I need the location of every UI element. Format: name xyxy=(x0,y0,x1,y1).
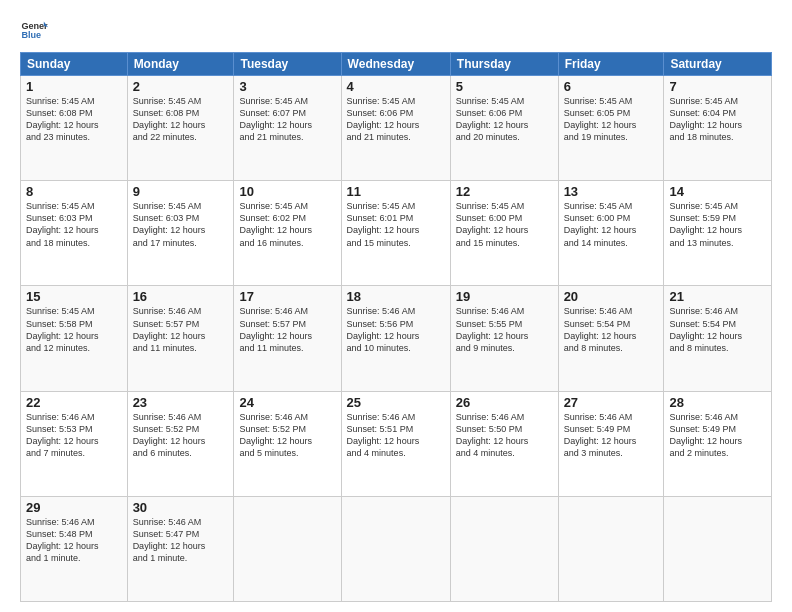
day-number: 14 xyxy=(669,184,766,199)
day-info: Sunrise: 5:45 AM Sunset: 6:05 PM Dayligh… xyxy=(564,95,659,144)
day-number: 23 xyxy=(133,395,229,410)
calendar-table: SundayMondayTuesdayWednesdayThursdayFrid… xyxy=(20,52,772,602)
day-info: Sunrise: 5:45 AM Sunset: 6:06 PM Dayligh… xyxy=(456,95,553,144)
day-number: 21 xyxy=(669,289,766,304)
calendar-cell: 6Sunrise: 5:45 AM Sunset: 6:05 PM Daylig… xyxy=(558,76,664,181)
day-number: 12 xyxy=(456,184,553,199)
calendar-cell: 19Sunrise: 5:46 AM Sunset: 5:55 PM Dayli… xyxy=(450,286,558,391)
svg-text:Blue: Blue xyxy=(21,30,41,40)
logo-icon: General Blue xyxy=(20,16,48,44)
calendar-cell: 3Sunrise: 5:45 AM Sunset: 6:07 PM Daylig… xyxy=(234,76,341,181)
calendar-cell xyxy=(664,496,772,601)
day-info: Sunrise: 5:45 AM Sunset: 5:58 PM Dayligh… xyxy=(26,305,122,354)
day-info: Sunrise: 5:45 AM Sunset: 6:00 PM Dayligh… xyxy=(564,200,659,249)
day-info: Sunrise: 5:46 AM Sunset: 5:49 PM Dayligh… xyxy=(669,411,766,460)
day-number: 19 xyxy=(456,289,553,304)
day-info: Sunrise: 5:45 AM Sunset: 6:03 PM Dayligh… xyxy=(26,200,122,249)
day-number: 17 xyxy=(239,289,335,304)
calendar-cell xyxy=(558,496,664,601)
calendar-cell: 5Sunrise: 5:45 AM Sunset: 6:06 PM Daylig… xyxy=(450,76,558,181)
day-info: Sunrise: 5:45 AM Sunset: 6:03 PM Dayligh… xyxy=(133,200,229,249)
day-info: Sunrise: 5:45 AM Sunset: 6:06 PM Dayligh… xyxy=(347,95,445,144)
calendar-cell: 17Sunrise: 5:46 AM Sunset: 5:57 PM Dayli… xyxy=(234,286,341,391)
day-info: Sunrise: 5:46 AM Sunset: 5:57 PM Dayligh… xyxy=(239,305,335,354)
calendar-cell: 2Sunrise: 5:45 AM Sunset: 6:08 PM Daylig… xyxy=(127,76,234,181)
week-row-3: 15Sunrise: 5:45 AM Sunset: 5:58 PM Dayli… xyxy=(21,286,772,391)
day-info: Sunrise: 5:46 AM Sunset: 5:54 PM Dayligh… xyxy=(669,305,766,354)
calendar-cell: 8Sunrise: 5:45 AM Sunset: 6:03 PM Daylig… xyxy=(21,181,128,286)
day-info: Sunrise: 5:46 AM Sunset: 5:53 PM Dayligh… xyxy=(26,411,122,460)
weekday-header-saturday: Saturday xyxy=(664,53,772,76)
calendar-cell: 30Sunrise: 5:46 AM Sunset: 5:47 PM Dayli… xyxy=(127,496,234,601)
calendar-cell: 24Sunrise: 5:46 AM Sunset: 5:52 PM Dayli… xyxy=(234,391,341,496)
calendar-cell: 18Sunrise: 5:46 AM Sunset: 5:56 PM Dayli… xyxy=(341,286,450,391)
day-number: 25 xyxy=(347,395,445,410)
day-info: Sunrise: 5:46 AM Sunset: 5:56 PM Dayligh… xyxy=(347,305,445,354)
calendar-cell: 23Sunrise: 5:46 AM Sunset: 5:52 PM Dayli… xyxy=(127,391,234,496)
day-number: 8 xyxy=(26,184,122,199)
weekday-header-sunday: Sunday xyxy=(21,53,128,76)
weekday-header-thursday: Thursday xyxy=(450,53,558,76)
day-number: 5 xyxy=(456,79,553,94)
day-number: 1 xyxy=(26,79,122,94)
day-info: Sunrise: 5:46 AM Sunset: 5:52 PM Dayligh… xyxy=(239,411,335,460)
calendar-cell: 20Sunrise: 5:46 AM Sunset: 5:54 PM Dayli… xyxy=(558,286,664,391)
day-number: 18 xyxy=(347,289,445,304)
day-number: 26 xyxy=(456,395,553,410)
day-info: Sunrise: 5:46 AM Sunset: 5:50 PM Dayligh… xyxy=(456,411,553,460)
calendar-cell xyxy=(234,496,341,601)
day-number: 10 xyxy=(239,184,335,199)
page: General Blue SundayMondayTuesdayWednesda… xyxy=(0,0,792,612)
calendar-cell: 15Sunrise: 5:45 AM Sunset: 5:58 PM Dayli… xyxy=(21,286,128,391)
calendar-cell: 9Sunrise: 5:45 AM Sunset: 6:03 PM Daylig… xyxy=(127,181,234,286)
calendar-cell: 28Sunrise: 5:46 AM Sunset: 5:49 PM Dayli… xyxy=(664,391,772,496)
day-info: Sunrise: 5:46 AM Sunset: 5:47 PM Dayligh… xyxy=(133,516,229,565)
day-number: 29 xyxy=(26,500,122,515)
day-number: 16 xyxy=(133,289,229,304)
day-number: 28 xyxy=(669,395,766,410)
day-number: 4 xyxy=(347,79,445,94)
day-info: Sunrise: 5:46 AM Sunset: 5:54 PM Dayligh… xyxy=(564,305,659,354)
day-number: 2 xyxy=(133,79,229,94)
calendar-cell xyxy=(341,496,450,601)
day-info: Sunrise: 5:45 AM Sunset: 6:04 PM Dayligh… xyxy=(669,95,766,144)
day-number: 22 xyxy=(26,395,122,410)
calendar-cell: 4Sunrise: 5:45 AM Sunset: 6:06 PM Daylig… xyxy=(341,76,450,181)
calendar-cell: 7Sunrise: 5:45 AM Sunset: 6:04 PM Daylig… xyxy=(664,76,772,181)
calendar-cell: 16Sunrise: 5:46 AM Sunset: 5:57 PM Dayli… xyxy=(127,286,234,391)
weekday-header-tuesday: Tuesday xyxy=(234,53,341,76)
day-number: 20 xyxy=(564,289,659,304)
calendar-cell: 11Sunrise: 5:45 AM Sunset: 6:01 PM Dayli… xyxy=(341,181,450,286)
calendar-cell: 29Sunrise: 5:46 AM Sunset: 5:48 PM Dayli… xyxy=(21,496,128,601)
day-number: 27 xyxy=(564,395,659,410)
header: General Blue xyxy=(20,16,772,44)
logo: General Blue xyxy=(20,16,48,44)
day-info: Sunrise: 5:46 AM Sunset: 5:48 PM Dayligh… xyxy=(26,516,122,565)
weekday-header-friday: Friday xyxy=(558,53,664,76)
day-number: 13 xyxy=(564,184,659,199)
calendar-cell xyxy=(450,496,558,601)
calendar-cell: 26Sunrise: 5:46 AM Sunset: 5:50 PM Dayli… xyxy=(450,391,558,496)
weekday-header-wednesday: Wednesday xyxy=(341,53,450,76)
calendar-cell: 1Sunrise: 5:45 AM Sunset: 6:08 PM Daylig… xyxy=(21,76,128,181)
day-info: Sunrise: 5:46 AM Sunset: 5:52 PM Dayligh… xyxy=(133,411,229,460)
day-info: Sunrise: 5:45 AM Sunset: 6:00 PM Dayligh… xyxy=(456,200,553,249)
day-info: Sunrise: 5:46 AM Sunset: 5:55 PM Dayligh… xyxy=(456,305,553,354)
day-number: 30 xyxy=(133,500,229,515)
day-info: Sunrise: 5:45 AM Sunset: 6:02 PM Dayligh… xyxy=(239,200,335,249)
day-info: Sunrise: 5:45 AM Sunset: 6:07 PM Dayligh… xyxy=(239,95,335,144)
calendar-cell: 25Sunrise: 5:46 AM Sunset: 5:51 PM Dayli… xyxy=(341,391,450,496)
week-row-1: 1Sunrise: 5:45 AM Sunset: 6:08 PM Daylig… xyxy=(21,76,772,181)
day-number: 15 xyxy=(26,289,122,304)
calendar-cell: 14Sunrise: 5:45 AM Sunset: 5:59 PM Dayli… xyxy=(664,181,772,286)
calendar-cell: 13Sunrise: 5:45 AM Sunset: 6:00 PM Dayli… xyxy=(558,181,664,286)
day-info: Sunrise: 5:46 AM Sunset: 5:57 PM Dayligh… xyxy=(133,305,229,354)
day-info: Sunrise: 5:45 AM Sunset: 6:01 PM Dayligh… xyxy=(347,200,445,249)
day-number: 3 xyxy=(239,79,335,94)
day-info: Sunrise: 5:45 AM Sunset: 6:08 PM Dayligh… xyxy=(26,95,122,144)
calendar-cell: 27Sunrise: 5:46 AM Sunset: 5:49 PM Dayli… xyxy=(558,391,664,496)
calendar-cell: 12Sunrise: 5:45 AM Sunset: 6:00 PM Dayli… xyxy=(450,181,558,286)
day-info: Sunrise: 5:45 AM Sunset: 5:59 PM Dayligh… xyxy=(669,200,766,249)
weekday-header-row: SundayMondayTuesdayWednesdayThursdayFrid… xyxy=(21,53,772,76)
week-row-4: 22Sunrise: 5:46 AM Sunset: 5:53 PM Dayli… xyxy=(21,391,772,496)
